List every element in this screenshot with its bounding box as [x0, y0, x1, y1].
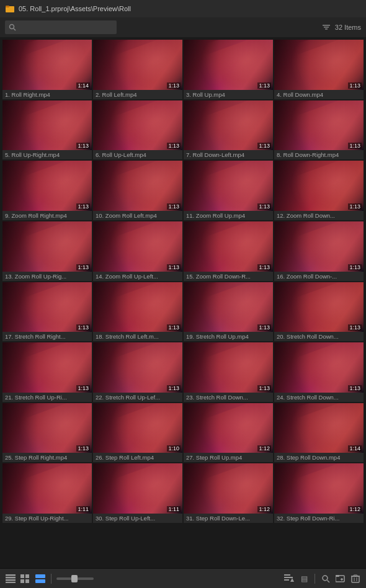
toolbar-left — [5, 573, 94, 584]
thumbnail-item[interactable]: 1:13 24. Stretch Roll Down... — [274, 342, 364, 402]
thumb-name: 30. Step Roll Up-Left... — [96, 515, 155, 522]
thumb-wrapper: 1:13 — [93, 100, 182, 151]
thumbnail-item[interactable]: 1:13 23. Stretch Roll Down... — [184, 342, 273, 402]
thumb-label: 9. Zoom Roll Right.mp4 — [2, 211, 92, 220]
thumb-wrapper: 1:11 — [93, 463, 182, 514]
thumbnail-item[interactable]: 1:13 22. Stretch Roll Up-Lef... — [93, 342, 182, 402]
thumb-label: 31. Step Roll Down-Le... — [184, 514, 273, 523]
thumb-wrapper: 1:13 — [2, 282, 92, 332]
thumb-name: 9. Zoom Roll Right.mp4 — [5, 212, 67, 219]
duration-badge: 1:13 — [348, 264, 362, 270]
thumb-name: 3. Roll Up.mp4 — [186, 91, 225, 98]
duration-badge: 1:13 — [76, 385, 90, 391]
thumb-name: 12. Zoom Roll Down... — [277, 212, 335, 219]
metadata-button[interactable]: ▤ — [298, 573, 310, 584]
thumbnail-item[interactable]: 1:12 32. Step Roll Down-Ri... — [274, 463, 364, 523]
svg-rect-10 — [6, 582, 16, 583]
thumbnail-item[interactable]: 1:13 5. Roll Up-Right.mp4 — [2, 100, 92, 160]
thumbnail-item[interactable]: 1:13 25. Step Roll Right.mp4 — [2, 403, 92, 463]
svg-rect-19 — [284, 579, 289, 581]
duration-badge: 1:13 — [348, 82, 362, 89]
thumbnail-item[interactable]: 1:13 20. Stretch Roll Down... — [274, 282, 364, 342]
thumbnail-item[interactable]: 1:11 30. Step Roll Up-Left... — [93, 463, 182, 523]
thumb-label: 8. Roll Down-Right.mp4 — [274, 150, 364, 159]
thumbnail-item[interactable]: 1:13 19. Stretch Roll Up.mp4 — [184, 282, 273, 342]
thumbnail-item[interactable]: 1:10 26. Step Roll Left.mp4 — [93, 403, 182, 463]
thumb-wrapper: 1:13 — [274, 282, 364, 332]
thumb-label: 32. Step Roll Down-Ri... — [274, 514, 364, 523]
thumbnail-item[interactable]: 1:13 12. Zoom Roll Down... — [274, 161, 364, 220]
search-box[interactable] — [5, 20, 117, 34]
delete-button[interactable] — [350, 573, 361, 584]
thumbnail-item[interactable]: 1:13 9. Zoom Roll Right.mp4 — [2, 161, 92, 220]
thumbnail-item[interactable]: 1:13 6. Roll Up-Left.mp4 — [93, 100, 182, 160]
thumb-wrapper: 1:13 — [274, 100, 364, 151]
thumbnail-item[interactable]: 1:13 2. Roll Left.mp4 — [93, 40, 182, 99]
thumb-wrapper: 1:13 — [184, 161, 273, 211]
thumb-name: 24. Stretch Roll Down... — [277, 394, 339, 401]
thumbnail-item[interactable]: 1:13 7. Roll Down-Left.mp4 — [184, 100, 273, 160]
duration-badge: 1:13 — [76, 324, 90, 331]
thumbnail-item[interactable]: 1:13 4. Roll Down.mp4 — [274, 40, 364, 99]
duration-badge: 1:13 — [257, 324, 271, 331]
thumb-wrapper: 1:13 — [184, 221, 273, 272]
thumbnail-item[interactable]: 1:13 17. Stretch Roll Right... — [2, 282, 92, 342]
list-view-button[interactable] — [5, 573, 16, 584]
svg-rect-12 — [25, 574, 29, 578]
duration-badge: 1:13 — [167, 264, 181, 270]
svg-point-21 — [323, 576, 328, 581]
freeform-view-button[interactable] — [35, 573, 46, 584]
duration-badge: 1:14 — [348, 445, 362, 452]
titlebar-title: 05. Roll_1.prproj\Assets\Preview\Roll — [19, 5, 131, 12]
thumb-wrapper: 1:11 — [2, 463, 92, 514]
thumbnail-item[interactable]: 1:14 1. Roll Right.mp4 — [2, 40, 92, 99]
thumb-name: 18. Stretch Roll Left.m... — [96, 333, 159, 340]
svg-rect-11 — [20, 574, 24, 578]
duration-badge: 1:13 — [257, 264, 271, 270]
thumb-label: 23. Stretch Roll Down... — [184, 393, 273, 402]
thumbnail-item[interactable]: 1:13 13. Zoom Roll Up-Rig... — [2, 221, 92, 281]
thumb-name: 10. Zoom Roll Left.mp4 — [96, 212, 157, 219]
thumbnail-item[interactable]: 1:13 8. Roll Down-Right.mp4 — [274, 100, 364, 160]
thumb-wrapper: 1:14 — [274, 403, 364, 453]
zoom-slider[interactable] — [56, 577, 94, 580]
filter-icon[interactable] — [321, 22, 331, 32]
sort-button[interactable] — [283, 573, 295, 584]
thumbnail-item[interactable]: 1:13 14. Zoom Roll Up-Left... — [93, 221, 182, 281]
thumbnail-item[interactable]: 1:13 21. Stretch Roll Up-Ri... — [2, 342, 92, 402]
duration-badge: 1:11 — [76, 506, 90, 512]
folder-icon — [5, 4, 15, 14]
thumb-label: 21. Stretch Roll Up-Ri... — [2, 393, 92, 402]
search-input[interactable] — [19, 24, 105, 31]
thumb-wrapper: 1:13 — [93, 282, 182, 332]
thumbnail-item[interactable]: 1:12 27. Step Roll Up.mp4 — [184, 403, 273, 463]
thumb-wrapper: 1:13 — [2, 403, 92, 453]
thumb-wrapper: 1:13 — [274, 40, 364, 90]
thumbnail-item[interactable]: 1:14 28. Step Roll Down.mp4 — [274, 403, 364, 463]
thumb-wrapper: 1:13 — [184, 342, 273, 393]
duration-badge: 1:13 — [76, 445, 90, 452]
new-bin-button[interactable] — [335, 573, 346, 584]
thumbnail-item[interactable]: 1:12 31. Step Roll Down-Le... — [184, 463, 273, 523]
search-bottom-icon[interactable] — [320, 573, 331, 584]
zoom-slider-thumb — [71, 575, 78, 582]
searchbar: 32 Items — [0, 17, 366, 37]
thumb-label: 6. Roll Up-Left.mp4 — [93, 150, 182, 159]
thumb-label: 7. Roll Down-Left.mp4 — [184, 150, 273, 159]
thumbnail-item[interactable]: 1:13 11. Zoom Roll Up.mp4 — [184, 161, 273, 220]
svg-rect-24 — [336, 575, 339, 577]
toolbar-right: ▤ — [283, 573, 361, 584]
icon-view-button[interactable] — [20, 573, 31, 584]
thumb-name: 23. Stretch Roll Down... — [186, 394, 248, 401]
duration-badge: 1:13 — [348, 143, 362, 149]
thumbnail-item[interactable]: 1:13 16. Zoom Roll Down-... — [274, 221, 364, 281]
thumb-wrapper: 1:13 — [93, 161, 182, 211]
thumbnail-item[interactable]: 1:13 15. Zoom Roll Down-R... — [184, 221, 273, 281]
thumbnail-item[interactable]: 1:11 29. Step Roll Up-Right... — [2, 463, 92, 523]
thumb-wrapper: 1:13 — [2, 100, 92, 151]
thumb-wrapper: 1:13 — [184, 100, 273, 151]
thumbnail-item[interactable]: 1:13 10. Zoom Roll Left.mp4 — [93, 161, 182, 220]
thumbnail-item[interactable]: 1:13 18. Stretch Roll Left.m... — [93, 282, 182, 342]
thumbnail-item[interactable]: 1:13 3. Roll Up.mp4 — [184, 40, 273, 99]
thumb-wrapper: 1:13 — [93, 221, 182, 272]
